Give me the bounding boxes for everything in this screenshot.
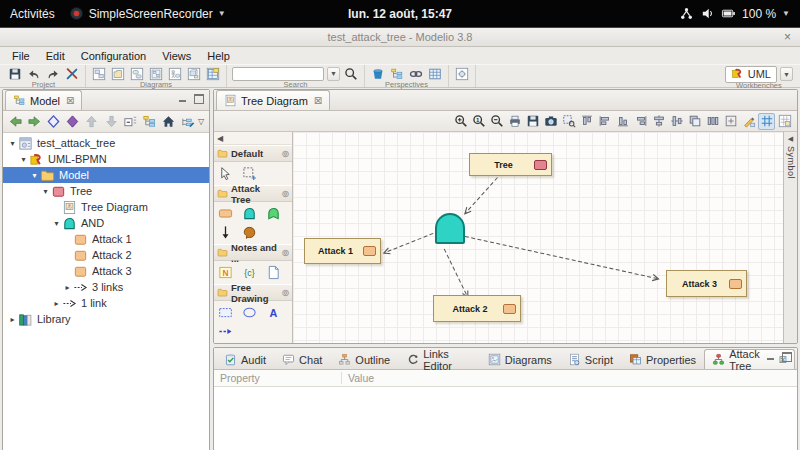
property-table-body[interactable] <box>214 387 797 450</box>
palette-tool-blob-icon[interactable] <box>240 224 258 241</box>
palette-tool-constraint-icon[interactable]: {c} <box>240 264 258 281</box>
diagram-package-icon[interactable] <box>110 66 126 81</box>
palette-tool-document-icon[interactable] <box>264 264 282 281</box>
nav-forward-icon[interactable] <box>25 113 43 131</box>
tab-outline[interactable]: Outline <box>330 349 398 369</box>
dependency-link[interactable] <box>465 178 498 214</box>
palette-tool-attack-node-icon[interactable] <box>216 205 234 222</box>
tab-audit[interactable]: Audit <box>216 349 274 369</box>
save-icon[interactable] <box>7 66 23 81</box>
maximize-button[interactable] <box>194 94 204 103</box>
menu-configuration[interactable]: Configuration <box>73 49 154 63</box>
menu-edit[interactable]: Edit <box>38 49 73 63</box>
activities-button[interactable]: Activités <box>10 7 55 21</box>
palette-section-free-drawing[interactable]: Free Drawing◎ <box>214 284 292 301</box>
view-menu-icon[interactable]: ▽ <box>198 117 206 126</box>
tree-item-attack-2[interactable]: Attack 2 <box>3 247 209 263</box>
diagram-canvas[interactable]: TreeAttack 1Attack 2Attack 3 <box>293 132 783 343</box>
tree-view-icon[interactable] <box>389 66 405 81</box>
link-chain-icon[interactable] <box>408 66 424 81</box>
print-icon[interactable] <box>506 113 523 130</box>
tab-model[interactable]: Model ⊠ <box>5 90 82 110</box>
palette-section-notes-and-[interactable]: Notes and ...◎ <box>214 244 292 261</box>
menu-help[interactable]: Help <box>199 49 238 63</box>
tree-item-tree[interactable]: ▾Tree <box>3 183 209 199</box>
column-value[interactable]: Value <box>342 372 374 384</box>
style-icon[interactable] <box>740 113 757 130</box>
table-icon[interactable] <box>427 66 443 81</box>
align-bottom-icon[interactable] <box>614 113 631 130</box>
window-close-button[interactable]: × <box>784 30 791 44</box>
diagram-node-attack-1[interactable]: Attack 1 <box>304 238 381 264</box>
palette-section-attack-tree[interactable]: Attack Tree◎ <box>214 185 292 202</box>
same-size-icon[interactable] <box>686 113 703 130</box>
tab-chat[interactable]: Chat <box>274 349 330 369</box>
minimize-button[interactable] <box>178 94 188 103</box>
snapshot-icon[interactable] <box>542 113 559 130</box>
zoom-in-icon[interactable] <box>452 113 469 130</box>
dependency-link[interactable] <box>384 233 433 253</box>
menu-views[interactable]: Views <box>154 49 199 63</box>
center-h-icon[interactable] <box>668 113 685 130</box>
tab-properties[interactable]: Properties <box>621 349 704 369</box>
tab-tree-diagram[interactable]: Tree Diagram ⊠ <box>216 90 330 110</box>
align-left-icon[interactable] <box>596 113 613 130</box>
close-icon[interactable]: ⊠ <box>66 95 74 106</box>
workbench-dropdown-button[interactable]: ▼ <box>780 67 793 81</box>
tree-item-uml-bpmn[interactable]: ▾UML-BPMN <box>3 151 209 167</box>
expander-closed-icon[interactable]: ▸ <box>7 315 18 324</box>
symbol-view-strip[interactable]: ◀ Symbol <box>783 132 797 343</box>
save-icon[interactable] <box>524 113 541 130</box>
pin-icon[interactable]: ◎ <box>282 248 289 257</box>
flat-view-icon[interactable] <box>140 113 158 131</box>
diagram-composite-icon[interactable] <box>148 66 164 81</box>
diagram-node-attack-3[interactable]: Attack 3 <box>666 270 747 297</box>
center-v-icon[interactable] <box>650 113 667 130</box>
page-grid-icon[interactable] <box>776 113 793 130</box>
tree-item-model[interactable]: ▾Model <box>3 167 209 183</box>
palette-tool-arrow-down-icon[interactable] <box>216 224 234 241</box>
search-input[interactable] <box>232 67 324 81</box>
expander-open-icon[interactable]: ▾ <box>7 139 18 148</box>
app-menu-button[interactable]: SimpleScreenRecorder ▼ <box>69 6 226 21</box>
align-right-icon[interactable] <box>632 113 649 130</box>
nav-down-icon[interactable] <box>102 113 120 131</box>
zoom-original-icon[interactable]: 1 <box>470 113 487 130</box>
clock[interactable]: lun. 12 août, 15:47 <box>348 7 452 21</box>
expander-open-icon[interactable]: ▾ <box>40 187 51 196</box>
tree-item-library[interactable]: ▸Library <box>3 311 209 327</box>
search-dropdown-button[interactable]: ▼ <box>327 67 340 81</box>
palette-section-default[interactable]: Default◎ <box>214 145 292 162</box>
maximize-button[interactable] <box>782 352 792 361</box>
pin-icon[interactable]: ◎ <box>282 189 289 198</box>
nav-back-icon[interactable] <box>6 113 24 131</box>
diagram-node-tree[interactable]: Tree <box>469 153 552 176</box>
palette-tool-rect-tool-icon[interactable] <box>216 304 234 321</box>
expander-open-icon[interactable]: ▾ <box>51 219 62 228</box>
expander-closed-icon[interactable]: ▸ <box>51 299 62 308</box>
redo-icon[interactable] <box>45 66 61 81</box>
palette-tool-or-gate-icon[interactable] <box>264 205 282 222</box>
align-top-icon[interactable] <box>578 113 595 130</box>
expander-open-icon[interactable]: ▾ <box>29 171 40 180</box>
tree-item-attack-3[interactable]: Attack 3 <box>3 263 209 279</box>
zoom-select-icon[interactable] <box>560 113 577 130</box>
system-tray[interactable]: 100 % ▼ <box>679 6 790 21</box>
nav-prev-diamond-icon[interactable] <box>44 113 62 131</box>
workbench-selector[interactable]: UML <box>725 66 777 83</box>
dependency-link[interactable] <box>444 249 468 298</box>
palette-tool-note-icon[interactable]: N <box>216 264 234 281</box>
tree-item-and[interactable]: ▾AND <box>3 215 209 231</box>
tree-item-test-attack-tree[interactable]: ▾test_attack_tree <box>3 135 209 151</box>
diagram-table-icon[interactable] <box>205 66 221 81</box>
palette-tool-marquee-select-icon[interactable] <box>240 165 258 182</box>
expander-open-icon[interactable]: ▾ <box>18 155 29 164</box>
palette-tool-and-gate-icon[interactable] <box>240 205 258 222</box>
filter-config-icon[interactable] <box>179 113 197 131</box>
tab-links-editor[interactable]: Links Editor <box>398 349 480 369</box>
pin-icon[interactable]: ◎ <box>282 149 289 158</box>
nav-next-diamond-icon[interactable] <box>64 113 82 131</box>
palette-collapse-button[interactable]: ◀ <box>214 132 292 145</box>
module-config-icon[interactable] <box>454 67 470 82</box>
grid-icon[interactable] <box>758 113 775 130</box>
